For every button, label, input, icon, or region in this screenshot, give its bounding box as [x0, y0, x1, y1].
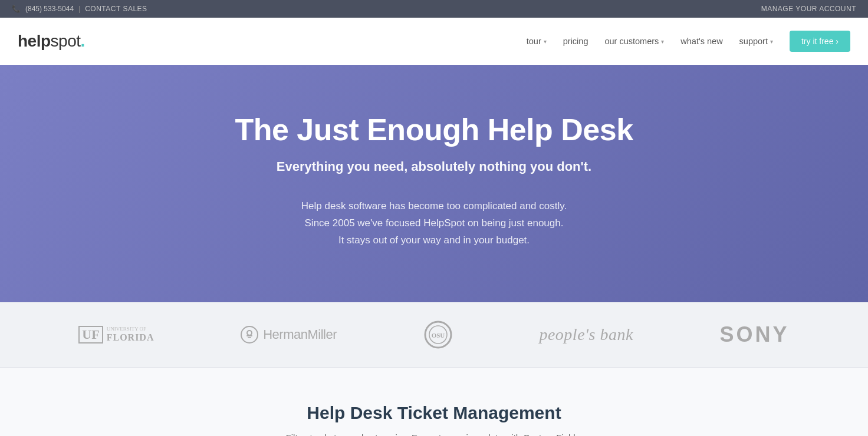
logo-dot: . — [81, 32, 85, 50]
topbar-left: 📞 (845) 533-5044 | CONTACT SALES — [12, 5, 147, 13]
uf-logo: UF UNIVERSITY of FLORIDA — [78, 326, 154, 343]
nav-tour[interactable]: tour ▾ — [527, 37, 547, 46]
contact-sales-link[interactable]: CONTACT SALES — [85, 5, 147, 13]
uf-text: UNIVERSITY of FLORIDA — [107, 326, 154, 343]
hero-body: Help desk software has become too compli… — [234, 198, 634, 249]
herman-miller-text: HermanMiller — [263, 327, 337, 342]
nav-pricing[interactable]: pricing — [563, 37, 588, 46]
svg-rect-1 — [246, 335, 252, 336]
peoples-bank-text: people's bank — [539, 325, 633, 344]
features-heading: Help Desk Ticket Management — [12, 403, 856, 423]
herman-miller-logo: HermanMiller — [241, 326, 337, 343]
uf-university-text: UNIVERSITY of — [107, 326, 154, 332]
uf-florida-text: FLORIDA — [107, 332, 154, 343]
hero-subheading: Everything you need, absolutely nothing … — [12, 159, 856, 174]
divider: | — [78, 5, 80, 13]
try-free-button[interactable]: try it free › — [790, 31, 850, 52]
hero-heading: The Just Enough Help Desk — [12, 112, 856, 147]
ohio-state-logo: OSU — [423, 320, 453, 349]
phone-number[interactable]: (845) 533-5044 — [25, 5, 74, 13]
logo-spot: spot — [51, 32, 81, 50]
sony-text: SONY — [720, 322, 790, 347]
uf-badge: UF — [78, 326, 103, 343]
svg-point-0 — [247, 331, 252, 335]
support-caret: ▾ — [770, 38, 773, 45]
hero-section: The Just Enough Help Desk Everything you… — [0, 65, 868, 302]
phone-icon: 📞 — [12, 5, 21, 13]
sony-logo: SONY — [720, 322, 790, 347]
navbar: helpspot. tour ▾ pricing our customers ▾… — [0, 18, 868, 65]
svg-text:OSU: OSU — [431, 332, 445, 339]
features-section: Help Desk Ticket Management Filter, trac… — [0, 368, 868, 436]
logos-section: UF UNIVERSITY of FLORIDA HermanMiller OS… — [0, 302, 868, 368]
nav-links: tour ▾ pricing our customers ▾ what's ne… — [527, 31, 850, 52]
topbar: 📞 (845) 533-5044 | CONTACT SALES MANAGE … — [0, 0, 868, 18]
nav-whats-new[interactable]: what's new — [680, 37, 722, 46]
tour-caret: ▾ — [544, 38, 547, 45]
peoples-bank-logo: people's bank — [539, 325, 633, 344]
svg-rect-2 — [248, 337, 251, 338]
nav-support[interactable]: support ▾ — [739, 37, 773, 46]
herman-icon — [241, 326, 258, 343]
customers-caret: ▾ — [661, 38, 664, 45]
logo[interactable]: helpspot. — [18, 32, 85, 51]
logo-help: help — [18, 32, 51, 50]
features-subheading: Filter, track, tag and categorize. Even … — [12, 432, 856, 436]
nav-customers[interactable]: our customers ▾ — [604, 37, 664, 46]
manage-account-link[interactable]: MANAGE YOUR ACCOUNT — [761, 5, 856, 13]
